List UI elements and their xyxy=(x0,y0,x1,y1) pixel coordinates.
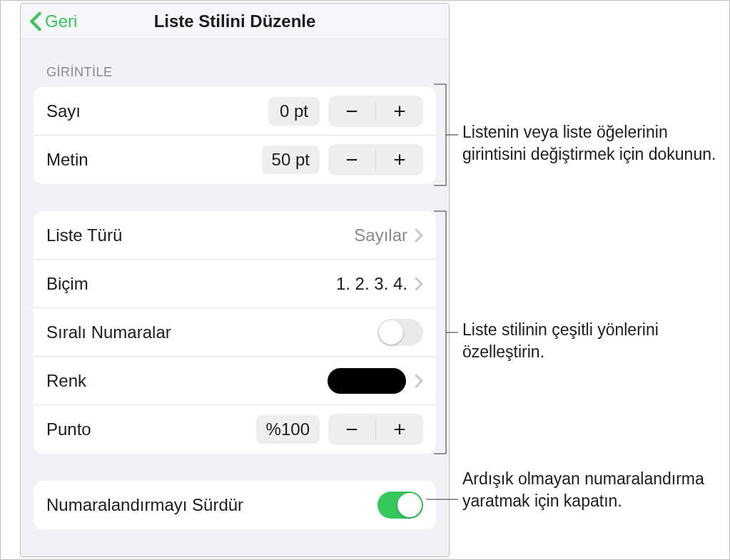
tiered-numbers-row: Sıralı Numaralar xyxy=(34,308,436,357)
number-indent-row: Sayı 0 pt − + xyxy=(34,87,436,136)
number-indent-label: Sayı xyxy=(46,101,268,121)
list-style-panel: Geri Liste Stilini Düzenle GİRİNTİLE Say… xyxy=(20,3,450,557)
text-indent-value[interactable]: 50 pt xyxy=(262,146,320,174)
continue-group: Numaralandırmayı Sürdür xyxy=(34,481,436,529)
text-indent-stepper: − + xyxy=(328,144,423,175)
back-button[interactable]: Geri xyxy=(21,11,77,31)
panel-title: Liste Stilini Düzenle xyxy=(21,11,449,31)
panel-header: Geri Liste Stilini Düzenle xyxy=(21,4,449,39)
chevron-left-icon xyxy=(29,11,42,31)
continue-numbering-row: Numaralandırmayı Sürdür xyxy=(34,481,436,529)
number-indent-decrease[interactable]: − xyxy=(328,96,375,127)
size-label: Punto xyxy=(46,419,256,439)
color-label: Renk xyxy=(46,371,328,391)
list-type-label: Liste Türü xyxy=(46,225,354,245)
list-type-row[interactable]: Liste Türü Sayılar xyxy=(34,211,436,260)
format-row[interactable]: Biçim 1. 2. 3. 4. xyxy=(34,260,436,308)
size-stepper: − + xyxy=(328,414,423,445)
number-indent-increase[interactable]: + xyxy=(376,96,423,127)
indent-group: Sayı 0 pt − + Metin 50 pt − xyxy=(34,87,436,184)
size-value[interactable]: %100 xyxy=(256,415,320,444)
tiered-numbers-toggle[interactable] xyxy=(377,319,423,346)
continue-numbering-label: Numaralandırmayı Sürdür xyxy=(46,495,377,515)
color-swatch xyxy=(328,368,406,394)
indent-section-label: GİRİNTİLE xyxy=(34,39,436,87)
text-indent-decrease[interactable]: − xyxy=(328,144,375,175)
text-indent-label: Metin xyxy=(46,150,262,170)
format-value: 1. 2. 3. 4. xyxy=(336,274,407,294)
format-label: Biçim xyxy=(46,274,336,294)
list-type-value: Sayılar xyxy=(354,225,407,245)
size-decrease[interactable]: − xyxy=(328,414,375,445)
callout-continue: Ardışık olmayan numaralandırma yaratmak … xyxy=(462,468,719,512)
text-indent-increase[interactable]: + xyxy=(376,144,423,175)
chevron-right-icon xyxy=(415,277,423,291)
callout-indent: Listenin veya liste öğelerinin girintisi… xyxy=(462,121,719,166)
continue-numbering-toggle[interactable] xyxy=(377,492,423,519)
style-group: Liste Türü Sayılar Biçim 1. 2. 3. 4. Sır… xyxy=(34,211,436,454)
number-indent-value[interactable]: 0 pt xyxy=(268,97,320,126)
size-row: Punto %100 − + xyxy=(34,405,436,454)
color-row[interactable]: Renk xyxy=(34,357,436,405)
size-increase[interactable]: + xyxy=(376,414,423,445)
tiered-numbers-label: Sıralı Numaralar xyxy=(46,322,377,342)
callout-style: Liste stilinin çeşitli yönlerini özelleş… xyxy=(462,319,719,363)
chevron-right-icon xyxy=(415,374,423,388)
back-label: Geri xyxy=(45,11,77,31)
chevron-right-icon xyxy=(415,228,423,243)
number-indent-stepper: − + xyxy=(328,96,423,127)
text-indent-row: Metin 50 pt − + xyxy=(34,136,436,184)
